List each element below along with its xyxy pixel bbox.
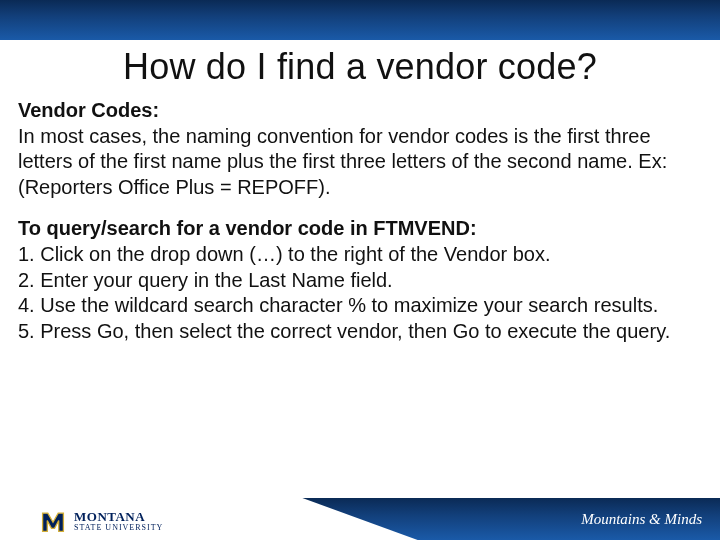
- slide-body: Vendor Codes: In most cases, the naming …: [0, 98, 720, 498]
- step-2: 2. Enter your query in the Last Name fie…: [18, 269, 393, 291]
- montana-logo: MONTANA STATE UNIVERSITY: [40, 508, 163, 534]
- footer-tagline: Mountains & Minds: [581, 511, 702, 528]
- slide-title: How do I find a vendor code?: [0, 40, 720, 98]
- logo-icon: [40, 508, 66, 534]
- step-4: 4. Use the wildcard search character % t…: [18, 294, 658, 316]
- slide: How do I find a vendor code? Vendor Code…: [0, 0, 720, 540]
- logo-text-wrap: MONTANA STATE UNIVERSITY: [74, 510, 163, 532]
- section-vendor-codes: Vendor Codes: In most cases, the naming …: [18, 98, 702, 200]
- section2-heading: To query/search for a vendor code in FTM…: [18, 217, 477, 239]
- step-5: 5. Press Go, then select the correct ven…: [18, 320, 670, 342]
- top-banner: [0, 0, 720, 40]
- section1-text: In most cases, the naming convention for…: [18, 125, 667, 198]
- footer: MONTANA STATE UNIVERSITY Mountains & Min…: [0, 498, 720, 540]
- section-query-steps: To query/search for a vendor code in FTM…: [18, 216, 702, 344]
- logo-sub-text: STATE UNIVERSITY: [74, 523, 163, 532]
- step-1: 1. Click on the drop down (…) to the rig…: [18, 243, 551, 265]
- section1-heading: Vendor Codes:: [18, 99, 159, 121]
- logo-main-text: MONTANA: [74, 510, 163, 523]
